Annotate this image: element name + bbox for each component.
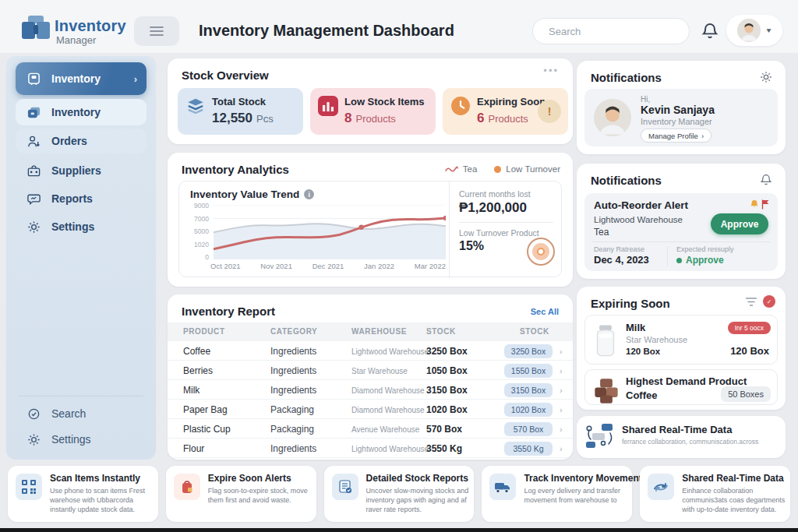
feature-shared-data[interactable]: Shared Real-Time Data Einhance collabora…: [640, 466, 790, 522]
item-name: Milk: [626, 322, 645, 333]
shared-subtitle: ferrance collaboration, communiscation.a…: [622, 438, 758, 446]
cell-stock: 3150 Box: [426, 385, 468, 396]
gear-icon: [26, 220, 41, 234]
profile-panel: Hi, Kevin Sanjaya Inventory Manager Mana…: [584, 89, 778, 146]
bell-icon[interactable]: [759, 173, 773, 187]
x-axis-labels: Oct 2021Nov 2021Dec 2021Jan 2022Mar 2022: [210, 262, 446, 270]
sync-boxes-icon: [584, 422, 616, 450]
y-axis-labels: 90007000500010200: [185, 202, 209, 261]
expiring-soon-stat[interactable]: Expiring Soon 6 Products !: [443, 88, 568, 135]
auto-reorder-panel: Auto-Reorder Alert Lightwood Warehouse T…: [584, 193, 778, 271]
table-row[interactable]: Flour Ingredients Lightwood Warehouse 35…: [168, 439, 573, 458]
user-avatar: [737, 19, 761, 42]
sidebar-item-inventory[interactable]: Inventory: [16, 99, 147, 125]
report-title: Inventory Report: [182, 305, 275, 318]
shared-data-mini-card[interactable]: Shared Real-Time Data ferrance collabora…: [577, 416, 786, 458]
sidebar-item-search[interactable]: Search: [16, 402, 147, 425]
sidebar-item-suppliers[interactable]: Suppliers: [16, 158, 147, 183]
chevron-down-icon: ▾: [766, 26, 771, 34]
item-qty-right: 120 Box: [730, 345, 769, 357]
table-body: Coffee Ingredients Lightwood Warehouse 3…: [168, 341, 573, 458]
table-row[interactable]: Paper Bag Packaging Diamond Warehouse 10…: [168, 400, 573, 419]
stat-value: 6: [477, 111, 484, 126]
chart-title: Inventory Value Trend i: [190, 188, 314, 200]
feature-stock-reports[interactable]: Detailed Stock Reports Uncover slow-movi…: [324, 466, 475, 522]
stat-value: 8: [344, 111, 351, 126]
cell-warehouse: Avenue Warehouse: [351, 425, 419, 434]
more-menu-icon[interactable]: •••: [543, 65, 559, 76]
stat-label: Total Stock: [212, 96, 266, 107]
filter-icon[interactable]: [745, 297, 757, 307]
table-row[interactable]: Berries Ingredients Star Warehouse 1050 …: [168, 361, 573, 380]
table-row[interactable]: Milk Ingredients Diamond Warehouse 3150 …: [168, 380, 573, 400]
hamburger-icon: [150, 26, 164, 36]
stock-badge: 3250 Box: [504, 344, 553, 358]
cell-stock: 3550 Kg: [426, 443, 462, 454]
feature-desc: Einhance collaboration communis3ats coas…: [682, 486, 786, 514]
analytics-title: Inventory Analytics: [182, 163, 289, 176]
feature-title: Track Inventory Movement: [524, 473, 641, 484]
feature-desc: Uncover slow-moving stocks and inventory…: [366, 486, 470, 514]
cell-product: Flour: [183, 443, 204, 454]
search-input[interactable]: [549, 26, 686, 37]
orange-dot-icon: [494, 166, 501, 173]
global-search[interactable]: [532, 18, 690, 44]
user-menu[interactable]: ▾: [726, 15, 782, 46]
feature-title: Scan Items Instantly: [50, 473, 140, 484]
green-dot-icon: [676, 258, 682, 263]
total-stock-stat[interactable]: Total Stock 12,550 Pcs: [178, 88, 303, 135]
chevron-right-icon[interactable]: ›: [560, 366, 563, 375]
sidebar-item-orders[interactable]: Orders: [16, 129, 147, 153]
chevron-right-icon[interactable]: ›: [560, 405, 563, 414]
chevron-right-icon[interactable]: ›: [560, 386, 563, 395]
gear-icon[interactable]: [759, 70, 773, 84]
chevron-right-icon[interactable]: ›: [560, 347, 563, 356]
sidebar-item-label: Search: [51, 407, 86, 420]
manage-profile-button[interactable]: Manage Profile›: [641, 129, 711, 143]
item-qty: 120 Box: [626, 347, 660, 356]
sidebar-item-settings[interactable]: Settings: [16, 214, 147, 239]
sidebar-item-settings-footer[interactable]: Settings: [16, 428, 147, 451]
highest-demand-item[interactable]: Highest Demand Product Coffee 50 Boxes: [584, 369, 778, 405]
approve-button[interactable]: Approve: [711, 213, 768, 234]
table-row[interactable]: Plastic Cup Packaging Avenue Warehouse 5…: [168, 419, 573, 439]
chevron-right-icon: ›: [134, 73, 137, 85]
cell-category: Packaging: [270, 404, 314, 415]
cell-stock: 3250 Box: [426, 346, 468, 357]
table-row[interactable]: Coffee Ingredients Lightwood Warehouse 3…: [168, 341, 573, 361]
feature-track-movement[interactable]: Track Inventory Movement Log every deliv…: [482, 466, 632, 522]
sidebar-item-reports[interactable]: Reports: [16, 186, 147, 211]
inventory-report-card: Inventory Report Sec All PRODUCT CATEGOR…: [168, 294, 573, 460]
cell-product: Milk: [183, 385, 200, 396]
chevron-right-icon[interactable]: ›: [560, 425, 563, 434]
chevron-right-icon[interactable]: ›: [560, 444, 563, 453]
bottom-edge-bar: [0, 528, 798, 532]
sidebar-item-label: Orders: [51, 135, 87, 147]
cell-product: Paper Bag: [183, 404, 228, 415]
alert-badge-icon: ✓: [763, 295, 775, 308]
expiring-item-milk[interactable]: Milk Inr 5 oocx Star Warehouse 120 Box 1…: [584, 315, 778, 365]
logo-title: Inventory: [55, 17, 126, 35]
stat-unit: Pcs: [256, 113, 274, 125]
notifications-bell-icon[interactable]: [700, 21, 720, 41]
feature-scan-items[interactable]: Scan Items Instantly Use phone to scan i…: [8, 466, 158, 522]
search-circle-icon: [26, 407, 41, 421]
stack-layers-icon: [185, 96, 206, 116]
cell-category: Packaging: [270, 424, 314, 435]
sidebar-item-inventory-active[interactable]: Inventory ›: [16, 62, 147, 95]
inventory-analytics-card: Inventory Analytics Tea Low Turnover Inv…: [168, 153, 573, 287]
info-icon[interactable]: i: [304, 189, 314, 199]
feature-expire-alerts[interactable]: Expire Soon Alerts Flag soon-to-expire s…: [166, 466, 316, 522]
feature-desc: Flag soon-to-expire stock, move them fir…: [208, 486, 312, 505]
table-header: PRODUCT CATEGORY WAREHOUSE STOCK STOCK: [168, 322, 573, 341]
menu-toggle-button[interactable]: [134, 16, 179, 46]
low-stock-stat[interactable]: Low Stock Items 8 Products: [310, 88, 436, 135]
gear-icon: [26, 432, 41, 447]
clock-icon: [450, 96, 471, 116]
cell-warehouse: Diamond Warehouse: [351, 386, 425, 395]
document-report-icon: [332, 474, 358, 500]
stock-badge: 1550 Box: [504, 364, 553, 378]
stock-badge: 3150 Box: [504, 383, 553, 397]
see-all-link[interactable]: Sec All: [531, 307, 559, 316]
alert-warehouse: Lightwood Warehouse: [594, 215, 683, 224]
